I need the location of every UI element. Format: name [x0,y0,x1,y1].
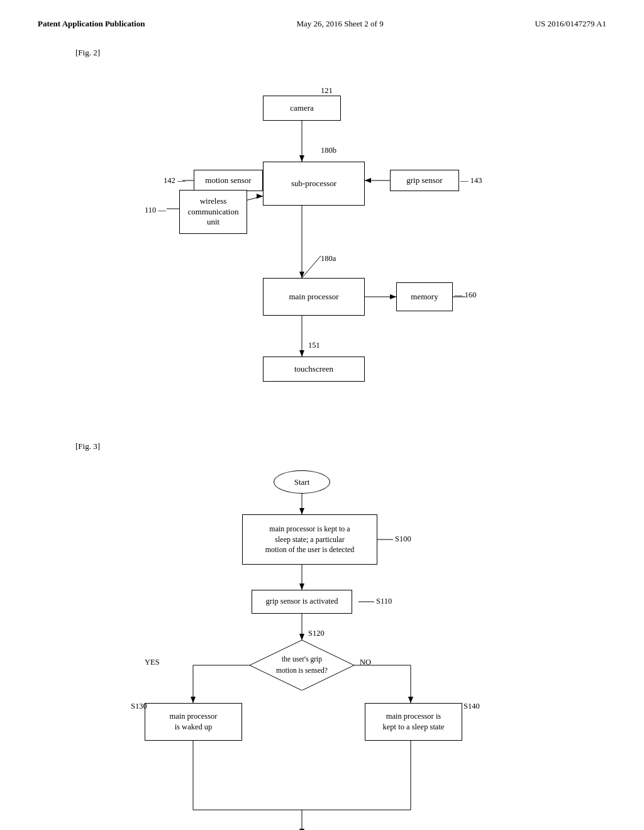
ref-110: 110 — [145,206,166,215]
fig3-diagram: Start main processor is kept to a sleep … [38,458,606,830]
header-patent: US 2016/0147279 A1 [535,19,606,29]
flow-s120: the user's grip motion is sensed? [250,640,354,690]
header-date: May 26, 2016 Sheet 2 of 9 [296,19,383,29]
box-memory: memory [396,282,453,311]
ref-s140: S140 [464,702,480,711]
ref-160: — 160 [455,290,476,300]
ref-151: 151 [308,341,320,350]
flow-s130: main processor is waked up [145,703,242,741]
svg-marker-19 [299,350,304,357]
ref-s120: S120 [308,629,325,638]
svg-marker-25 [299,634,304,640]
svg-line-9 [302,256,321,278]
svg-marker-18 [390,294,396,299]
flow-s100: main processor is kept to a sleep state;… [242,514,377,565]
ref-180b: 180b [321,146,336,155]
fig2-label: [Fig. 2] [75,48,606,58]
box-grip-sensor: grip sensor [390,170,459,191]
flow-s110: grip sensor is activated [252,590,352,614]
box-motion-sensor: motion sensor [194,170,263,191]
svg-marker-16 [257,194,263,199]
svg-marker-13 [299,155,304,162]
svg-marker-21 [299,508,304,514]
svg-marker-23 [299,584,304,590]
flow-s140: main processor is kept to a sleep state [365,703,462,741]
yes-label: YES [145,658,160,667]
page-header: Patent Application Publication May 26, 2… [38,19,606,29]
fig3-label: [Fig. 3] [75,441,606,451]
page: Patent Application Publication May 26, 2… [0,0,644,830]
box-camera: camera [263,96,341,121]
fig2-diagram: 121 camera 180b motion sensor 142 — sub-… [38,64,606,429]
no-label: NO [360,658,371,667]
box-wireless-comm: wireless communication unit [179,190,247,234]
ref-s110: S110 [376,597,392,606]
svg-text:the user's grip: the user's grip [282,655,322,663]
ref-180a: 180a [321,254,336,263]
ref-s100: S100 [395,534,411,544]
ref-s130: S130 [131,702,147,711]
svg-marker-14 [299,272,304,278]
svg-marker-28 [191,697,196,703]
svg-marker-17 [365,178,371,183]
ref-142: 142 — [164,176,185,185]
ref-143: — 143 [460,176,482,185]
header-title: Patent Application Publication [38,19,145,29]
svg-marker-40 [250,640,354,690]
box-touchscreen: touchscreen [263,357,365,382]
box-sub-processor: sub-processor [263,162,365,206]
svg-marker-31 [408,697,413,703]
box-main-processor: main processor [263,278,365,316]
flow-start: Start [274,470,330,494]
svg-text:motion is sensed?: motion is sensed? [276,667,328,674]
ref-121: 121 [321,86,333,96]
